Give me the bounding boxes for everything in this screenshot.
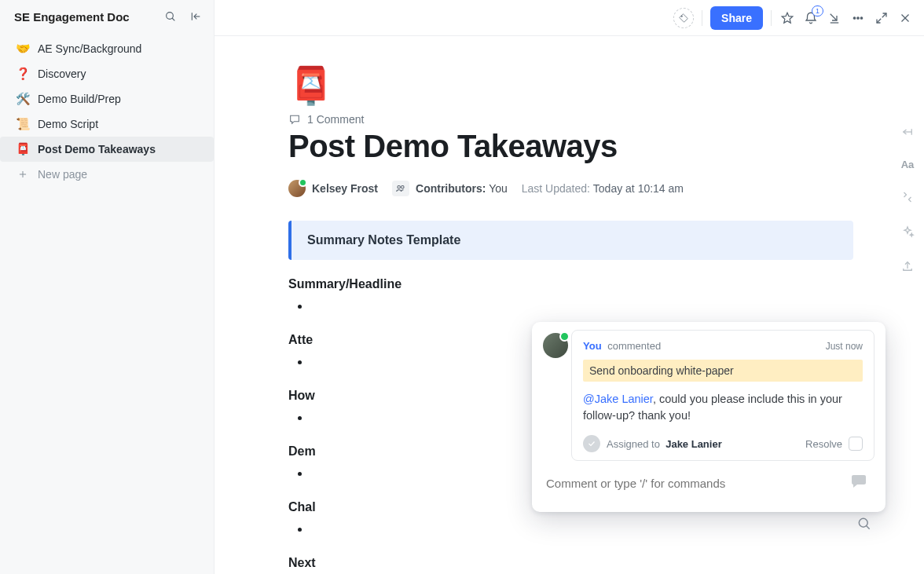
- divider: [702, 10, 702, 26]
- sidebar-nav: 🤝 AE Sync/Background ❓ Discovery 🛠️ Demo…: [0, 31, 214, 192]
- sidebar: SE Engagement Doc 🤝 AE Sync/Background ❓…: [0, 0, 214, 574]
- sidebar-item-label: Post Demo Takeaways: [38, 143, 156, 155]
- scroll-icon: 📜: [16, 117, 30, 131]
- sidebar-item-ae-sync[interactable]: 🤝 AE Sync/Background: [0, 36, 214, 61]
- handshake-icon: 🤝: [16, 42, 30, 56]
- tags-button[interactable]: [673, 8, 694, 28]
- comment-input[interactable]: [543, 469, 874, 501]
- comment-body: @Jake Lanier, could you please include t…: [583, 391, 863, 424]
- resolve-checkbox[interactable]: [849, 437, 863, 451]
- comment-card: You commented Just now Send onboarding w…: [571, 330, 874, 461]
- search-icon[interactable]: [163, 9, 178, 24]
- sidebar-item-demo-build[interactable]: 🛠️ Demo Build/Prep: [0, 86, 214, 112]
- page-emoji[interactable]: 📮: [288, 68, 853, 104]
- svg-point-10: [853, 16, 855, 18]
- sidebar-item-demo-script[interactable]: 📜 Demo Script: [0, 112, 214, 137]
- list-item[interactable]: [310, 521, 853, 537]
- comment-popup: You commented Just now Send onboarding w…: [532, 322, 886, 512]
- svg-point-11: [857, 16, 859, 18]
- updated-label: Last Updated:: [522, 182, 590, 195]
- author-chip[interactable]: Kelsey Frost: [288, 180, 378, 197]
- sidebar-header: SE Engagement Doc: [0, 0, 214, 31]
- svg-line-1: [172, 18, 174, 20]
- avatar: [288, 180, 306, 197]
- author-name: Kelsey Frost: [312, 182, 378, 195]
- assigned-label: Assigned to: [607, 438, 660, 450]
- comment-input-wrap: [543, 469, 874, 501]
- comment-author: You: [583, 340, 602, 352]
- assignee-name[interactable]: Jake Lanier: [666, 438, 722, 450]
- avatar: [543, 333, 568, 358]
- resolve-label: Resolve: [805, 438, 842, 450]
- sidebar-item-label: Demo Build/Prep: [38, 93, 121, 105]
- contributors-label: Contributors:: [416, 182, 486, 195]
- topbar: Share 1: [214, 0, 924, 36]
- sidebar-item-label: Discovery: [38, 68, 86, 80]
- page-meta: Kelsey Frost Contributors: You Last Upda…: [288, 180, 853, 197]
- sidebar-item-label: Demo Script: [38, 118, 98, 130]
- download-icon[interactable]: [827, 10, 842, 26]
- svg-line-8: [830, 13, 837, 20]
- updated-value: Today at 10:14 am: [593, 182, 684, 195]
- contributors-chip[interactable]: Contributors: You: [392, 181, 508, 196]
- star-icon[interactable]: [779, 10, 795, 26]
- list-item[interactable]: [310, 298, 853, 314]
- check-circle-icon[interactable]: [583, 435, 600, 452]
- sidebar-item-post-demo-takeaways[interactable]: 📮 Post Demo Takeaways: [0, 137, 214, 162]
- svg-point-6: [681, 15, 683, 16]
- svg-marker-7: [782, 13, 793, 23]
- question-icon: ❓: [16, 67, 30, 81]
- sidebar-item-label: New page: [38, 168, 87, 181]
- svg-line-14: [877, 18, 881, 22]
- postbox-icon: 📮: [16, 142, 30, 156]
- last-updated: Last Updated: Today at 10:14 am: [522, 182, 684, 195]
- page-title[interactable]: Post Demo Takeaways: [288, 129, 853, 164]
- notifications-icon[interactable]: 1: [803, 10, 819, 26]
- sidebar-item-discovery[interactable]: ❓ Discovery: [0, 61, 214, 86]
- svg-point-12: [860, 16, 862, 18]
- notification-badge: 1: [812, 5, 823, 16]
- assign-row: Assigned to Jake Lanier Resolve: [583, 433, 863, 452]
- sidebar-new-page[interactable]: New page: [0, 162, 214, 187]
- svg-point-20: [398, 186, 401, 189]
- section-heading: Next: [288, 556, 853, 570]
- quoted-text: Send onboarding white-paper: [583, 360, 863, 382]
- doc-title[interactable]: SE Engagement Doc: [14, 10, 130, 24]
- comment-action: commented: [607, 340, 661, 352]
- plus-icon: [16, 167, 30, 181]
- page-search-icon[interactable]: [856, 516, 874, 533]
- close-icon[interactable]: [897, 10, 913, 26]
- comment-count-label: 1 Comment: [307, 113, 364, 126]
- svg-line-13: [882, 13, 886, 17]
- section-heading: Summary/Headline: [288, 277, 853, 291]
- collapse-sidebar-icon[interactable]: [189, 9, 203, 24]
- tools-icon: 🛠️: [16, 92, 30, 106]
- section-next-steps[interactable]: Next Send onboarding white-paper: [288, 556, 853, 574]
- send-icon[interactable]: [849, 473, 870, 491]
- comment-time: Just now: [826, 341, 863, 352]
- people-icon: [392, 181, 409, 196]
- section-summary[interactable]: Summary/Headline: [288, 277, 853, 316]
- sidebar-item-label: AE Sync/Background: [38, 42, 141, 55]
- more-icon[interactable]: [850, 10, 866, 26]
- mention[interactable]: @Jake Lanier: [583, 393, 653, 405]
- comment-count[interactable]: 1 Comment: [288, 113, 853, 126]
- main: Share 1: [214, 0, 924, 574]
- contributors-value: You: [489, 182, 508, 195]
- share-button[interactable]: Share: [710, 6, 763, 30]
- divider: [771, 10, 772, 26]
- svg-point-21: [402, 186, 404, 189]
- expand-icon[interactable]: [874, 10, 889, 26]
- svg-line-23: [867, 526, 870, 529]
- callout-template[interactable]: Summary Notes Template: [288, 221, 853, 260]
